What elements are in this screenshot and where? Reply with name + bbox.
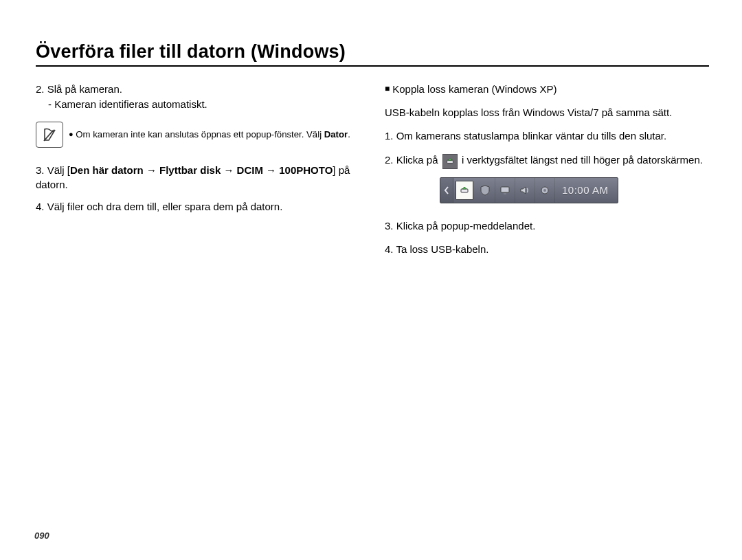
page-number: 090: [34, 530, 49, 541]
right-step-2: 2. Klicka på i verktygsfältet längst ned…: [385, 151, 709, 168]
note-post: .: [348, 129, 350, 139]
tray-shield-icon: [475, 178, 495, 203]
tray-expand-icon: [440, 178, 453, 203]
step-2-text: 2. Slå på kameran.: [36, 83, 122, 95]
page-title: Överföra filer till datorn (Windows): [36, 41, 709, 63]
right-heading-row: ■Koppla loss kameran (Windows XP): [385, 82, 709, 97]
manual-page: Överföra filer till datorn (Windows) 2. …: [0, 0, 742, 560]
right-heading: Koppla loss kameran (Windows XP): [392, 83, 556, 95]
right-step-3: 3. Klicka på popup-meddelandet.: [385, 219, 709, 234]
step-2-sub: - Kameran identifieras automatiskt.: [36, 98, 207, 110]
step-4-text: 4. Välj filer och dra dem till, eller sp…: [36, 201, 282, 212]
step-2: 2. Slå på kameran. - Kameran identifiera…: [36, 82, 360, 112]
system-tray: 10:00 AM: [440, 177, 618, 203]
right-step-4: 4. Ta loss USB-kabeln.: [385, 242, 709, 257]
svg-rect-3: [504, 193, 506, 194]
step-3-pre: 3. Välj [: [36, 164, 70, 176]
tray-safely-remove-icon: [456, 181, 473, 200]
svg-rect-2: [501, 187, 509, 192]
left-column: 2. Slå på kameran. - Kameran identifiera…: [36, 82, 360, 265]
note-bold: Dator: [324, 129, 348, 139]
tray-clock: 10:00 AM: [555, 183, 618, 198]
right-intro: USB-kabeln kopplas loss från Windows Vis…: [385, 105, 709, 120]
square-bullet-icon: ■: [385, 84, 390, 93]
info-note: ● Om kameran inte kan anslutas öppnas et…: [36, 122, 360, 148]
step-3-bold: Den här datorn → Flyttbar disk → DCIM → …: [70, 164, 333, 176]
step-4: 4. Välj filer och dra dem till, eller sp…: [36, 199, 360, 214]
tray-monitor-icon: [495, 178, 515, 203]
taskbar-screenshot: 10:00 AM: [440, 177, 709, 203]
note-pre: Om kameran inte kan anslutas öppnas ett …: [76, 129, 324, 139]
svg-rect-1: [461, 189, 468, 192]
svg-point-5: [543, 189, 546, 192]
tray-volume-icon: [515, 178, 535, 203]
note-icon: [36, 122, 63, 148]
right-step-2-pre: 2. Klicka på: [385, 154, 438, 166]
right-column: ■Koppla loss kameran (Windows XP) USB-ka…: [385, 82, 709, 265]
safely-remove-hardware-icon: [442, 154, 458, 169]
step-3: 3. Välj [Den här datorn → Flyttbar disk …: [36, 163, 360, 193]
title-underline: [36, 65, 709, 67]
right-step-2-post: i verktygsfältet längst ned till höger p…: [462, 154, 703, 166]
two-column-layout: 2. Slå på kameran. - Kameran identifiera…: [36, 82, 709, 265]
right-step-1: 1. Om kamerans statuslampa blinkar vänta…: [385, 128, 709, 144]
note-text: ● Om kameran inte kan anslutas öppnas et…: [69, 128, 350, 141]
svg-rect-0: [447, 161, 453, 164]
tray-network-icon: [535, 178, 555, 203]
